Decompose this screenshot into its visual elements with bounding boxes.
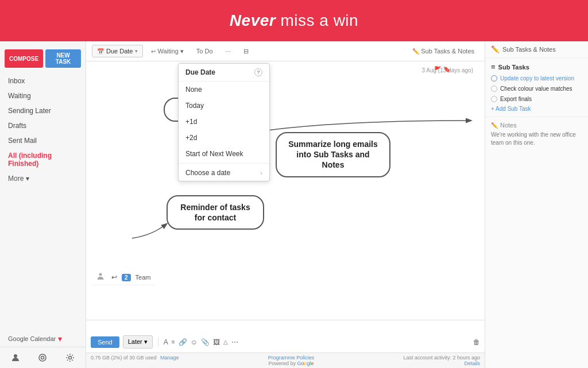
team-label: Team — [136, 274, 151, 281]
dd-item-today[interactable]: Today — [179, 98, 269, 114]
notes-text: We're working with the new office team o… — [491, 131, 582, 147]
add-subtask-button[interactable]: + Add Sub Task — [491, 106, 582, 112]
subtask-item-3: Export finals — [491, 95, 582, 103]
subtask-item-2: Check colour value matches — [491, 85, 582, 92]
subtask-text-2: Check colour value matches — [500, 85, 572, 92]
dd-item-1d[interactable]: +1d — [179, 114, 269, 130]
details-link[interactable]: Details — [464, 361, 480, 366]
subtask-text-3: Export finals — [500, 95, 532, 103]
storage-text: 0.75 GB (2%) of 30 GB used — [91, 355, 157, 361]
todo-button[interactable]: To Do — [192, 45, 218, 57]
due-date-menu: Due Date ? None Today +1d +2d Start of N… — [178, 63, 270, 181]
subtasks-section: ≡ Sub Tasks Update copy to latest versio… — [485, 58, 588, 117]
sub-tasks-notes-button[interactable]: ✏️ Sub Tasks & Notes — [408, 45, 479, 57]
gmail-content: 📅 Due Date ▾ ↩ Waiting ▾ To Do ··· ⊟ ✏️ … — [86, 41, 485, 368]
image-icon[interactable]: 🖼 — [213, 338, 220, 346]
right-panel: ✏️ Sub Tasks & Notes ≡ Sub Tasks Update … — [485, 41, 588, 368]
settings-circle-icon[interactable] — [37, 352, 48, 363]
sidebar-item-sent-mail[interactable]: Sent Mail — [0, 133, 86, 148]
manage-link[interactable]: Manage — [160, 355, 179, 361]
dd-item-choose-date[interactable]: Choose a date › — [179, 165, 269, 181]
callout-summarize: Summarize long emails into Sub Tasks and… — [276, 132, 390, 177]
subtask-checkbox-1[interactable] — [491, 75, 497, 82]
notes-title: ✏️ Notes — [491, 122, 582, 129]
subtask-text-1: Update copy to latest version — [500, 75, 574, 82]
email-row[interactable]: ↩ 2 Team — [92, 270, 155, 285]
dd-header: Due Date ? — [179, 64, 269, 82]
svg-point-4 — [99, 273, 102, 276]
gmail-toolbar: 📅 Due Date ▾ ↩ Waiting ▾ To Do ··· ⊟ ✏️ … — [86, 41, 485, 61]
avatar-icon — [96, 272, 107, 282]
right-panel-header: ✏️ Sub Tasks & Notes — [485, 41, 588, 58]
dd-item-none[interactable]: None — [179, 82, 269, 98]
header-banner: Never miss a win — [0, 0, 588, 41]
more2-button[interactable]: ⊟ — [239, 45, 253, 57]
svg-point-0 — [14, 354, 17, 358]
subtask-checkbox-2[interactable] — [491, 86, 497, 92]
notes-section: ✏️ Notes We're working with the new offi… — [485, 117, 588, 152]
link-icon[interactable]: 🔗 — [179, 338, 187, 346]
font-icon[interactable]: A — [164, 338, 168, 346]
arrow-icon: ↩ — [111, 273, 117, 281]
flag-icon: 🚩 — [434, 66, 441, 72]
callout-reminder: Reminder of tasks for contact — [167, 195, 264, 230]
subtask-checkbox-3[interactable] — [491, 96, 497, 102]
emoji-icon[interactable]: ☺ — [191, 338, 198, 346]
waiting-button[interactable]: ↩ Waiting ▾ — [146, 45, 188, 57]
compose-button[interactable]: COMPOSE — [5, 49, 43, 68]
programme-policies-link[interactable]: Programme Policies — [268, 355, 315, 361]
sidebar: COMPOSE NEW TASK Inbox Waiting Sending L… — [0, 41, 86, 368]
attachment-icon[interactable]: 📎 — [201, 338, 210, 346]
sidebar-item-drafts[interactable]: Drafts — [0, 118, 86, 133]
compose-bar: Send Later ▾ A ≡ 🔗 ☺ 📎 🖼 △ ⋯ 🗑 — [91, 334, 480, 350]
google-calendar-link[interactable]: Google Calendar ▾ — [0, 331, 86, 347]
dd-item-2d[interactable]: +2d — [179, 130, 269, 146]
gmail-bottom-bar: 0.75 GB (2%) of 30 GB used Manage Progra… — [86, 352, 485, 368]
sidebar-item-all[interactable]: All (including Finished) — [0, 148, 86, 171]
sidebar-item-inbox[interactable]: Inbox — [0, 73, 86, 88]
sidebar-item-sending-later[interactable]: Sending Later — [0, 103, 86, 118]
send-button[interactable]: Send — [91, 336, 119, 348]
bookmark-icon: 🔖 — [443, 66, 450, 72]
svg-point-2 — [41, 357, 44, 359]
subtasks-title: ≡ Sub Tasks — [491, 63, 582, 71]
sidebar-item-waiting[interactable]: Waiting — [0, 88, 86, 103]
svg-point-1 — [39, 354, 46, 361]
message-badge: 2 — [122, 274, 131, 281]
gmail-footer: Send Later ▾ A ≡ 🔗 ☺ 📎 🖼 △ ⋯ 🗑 — [86, 320, 485, 352]
subtask-item-1: Update copy to latest version — [491, 75, 582, 82]
drive-icon[interactable]: △ — [223, 339, 228, 345]
person-icon[interactable] — [10, 352, 21, 363]
later-button[interactable]: Later ▾ — [123, 335, 153, 348]
gear-icon[interactable] — [64, 352, 76, 363]
powered-by-text: Powered by Google — [268, 361, 315, 366]
svg-point-3 — [69, 357, 72, 359]
footer-spacer — [91, 323, 480, 332]
last-activity-text: Last account activity: 2 hours ago — [403, 355, 480, 361]
page-title: Never miss a win — [230, 11, 358, 30]
email-list-area: 3 Aug (13 days ago) 🚩 🔖 ↩ 2 Team — [86, 61, 485, 320]
more-options-icon[interactable]: ⋯ — [231, 338, 238, 346]
sidebar-item-more[interactable]: More ▾ — [0, 171, 86, 186]
more1-button[interactable]: ··· — [221, 45, 235, 57]
delete-icon[interactable]: 🗑 — [473, 338, 480, 346]
format-icon[interactable]: ≡ — [172, 339, 175, 345]
dd-item-next-week[interactable]: Start of Next Week — [179, 146, 269, 162]
new-task-button[interactable]: NEW TASK — [45, 49, 81, 68]
due-date-dropdown-trigger[interactable]: 📅 Due Date ▾ — [92, 45, 143, 57]
